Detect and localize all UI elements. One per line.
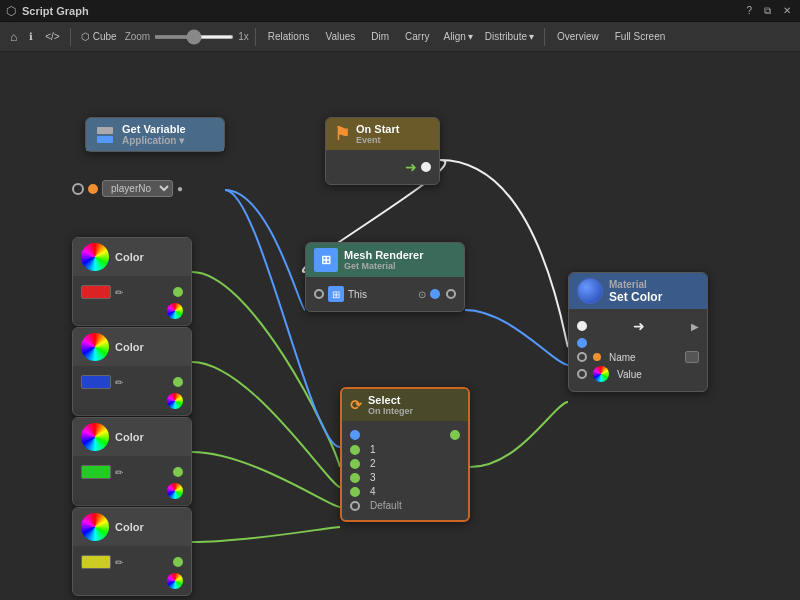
toolbar-cube-btn[interactable]: ⬡ Cube (77, 29, 121, 44)
setcolor-name-port[interactable] (577, 352, 587, 362)
setcolor-title-group: Material Set Color (609, 279, 662, 304)
relations-btn[interactable]: Relations (262, 29, 316, 44)
color2-header: Color (73, 328, 191, 366)
playerno-select[interactable]: playerNo (102, 180, 173, 197)
select-opt1-label: 1 (370, 444, 376, 455)
color2-edit-icon[interactable]: ✏ (115, 377, 123, 388)
toolbar-info-btn[interactable]: ℹ (25, 29, 37, 44)
select-in-port[interactable] (350, 430, 360, 440)
playerno-in-port[interactable] (72, 183, 84, 195)
color1-out-port[interactable] (173, 287, 183, 297)
setcolor-header-text: Material (609, 279, 662, 290)
color2-wheel (81, 333, 109, 361)
toolbar-sep1 (70, 28, 71, 46)
color1-body: ✏ (73, 276, 191, 325)
zoom-control: Zoom 1x (125, 31, 249, 42)
select-out-port[interactable] (450, 430, 460, 440)
align-chevron: ▾ (468, 31, 473, 42)
select-opt-4: 4 (350, 486, 460, 497)
color1-edit-icon[interactable]: ✏ (115, 287, 123, 298)
toolbar-home-btn[interactable]: ⌂ (6, 28, 21, 46)
setcolor-name-input[interactable] (685, 351, 699, 363)
toolbar-code-btn[interactable]: </> (41, 29, 63, 44)
color4-edit-icon[interactable]: ✏ (115, 557, 123, 568)
color4-body: ✏ (73, 546, 191, 595)
app-title: Script Graph (22, 5, 89, 17)
color2-swatch[interactable] (81, 375, 111, 389)
color3-body: ✏ (73, 456, 191, 505)
color2-label: Color (115, 341, 144, 353)
carry-btn[interactable]: Carry (399, 29, 435, 44)
window-close-btn[interactable]: ✕ (780, 5, 794, 16)
select-opt4-label: 4 (370, 486, 376, 497)
home-icon: ⌂ (10, 30, 17, 44)
mesh-out-port-blue[interactable] (430, 289, 440, 299)
select-opt-1: 1 (350, 444, 460, 455)
select-subtext: On Integer (368, 406, 413, 416)
color4-label: Color (115, 521, 144, 533)
svg-rect-1 (97, 136, 113, 143)
select-opt2-port[interactable] (350, 459, 360, 469)
color1-mini-wheel (167, 303, 183, 319)
align-dropdown[interactable]: Align ▾ (440, 29, 477, 44)
color4-mini-wheel (167, 573, 183, 589)
mesh-header-text: Mesh Renderer (344, 249, 423, 261)
color3-out-port[interactable] (173, 467, 183, 477)
select-default-port[interactable] (350, 501, 360, 511)
color4-swatch[interactable] (81, 555, 111, 569)
svg-rect-0 (97, 127, 113, 134)
setcolor-out-triangle: ▶ (691, 321, 699, 332)
color3-header: Color (73, 418, 191, 456)
getvar-subtext: Application ▾ (122, 135, 186, 146)
getvar-icon (94, 124, 116, 146)
color3-edit-icon[interactable]: ✏ (115, 467, 123, 478)
on-start-subtext: Event (356, 135, 399, 145)
distribute-dropdown[interactable]: Distribute ▾ (481, 29, 538, 44)
set-color-node: Material Set Color ➜ ▶ Name (568, 272, 708, 392)
cube-icon: ⬡ (81, 31, 90, 42)
select-icon: ⟳ (350, 397, 362, 413)
select-header: ⟳ Select On Integer (342, 389, 468, 421)
color4-out-port[interactable] (173, 557, 183, 567)
on-start-out-port[interactable] (421, 162, 431, 172)
values-btn[interactable]: Values (319, 29, 361, 44)
color3-mini-wheel (167, 483, 183, 499)
distribute-chevron: ▾ (529, 31, 534, 42)
toolbar-sep3 (544, 28, 545, 46)
mesh-in-port[interactable] (314, 289, 324, 299)
color1-swatch[interactable] (81, 285, 111, 299)
code-icon: </> (45, 31, 59, 42)
toolbar: ⌂ ℹ </> ⬡ Cube Zoom 1x Relations Values … (0, 22, 800, 52)
window-help-btn[interactable]: ? (743, 5, 755, 16)
align-label: Align (444, 31, 466, 42)
color1-header: Color (73, 238, 191, 276)
fullscreen-btn[interactable]: Full Screen (609, 29, 672, 44)
zoom-slider-input[interactable] (154, 35, 234, 39)
setcolor-name-row: Name (577, 351, 699, 363)
setcolor-flow-row: ➜ ▶ (577, 318, 699, 334)
setcolor-value-port[interactable] (577, 369, 587, 379)
color3-swatch[interactable] (81, 465, 111, 479)
select-opt4-port[interactable] (350, 487, 360, 497)
select-opt1-port[interactable] (350, 445, 360, 455)
setcolor-blue-in[interactable] (577, 338, 587, 348)
color4-header: Color (73, 508, 191, 546)
getvar-dropdown-arrow[interactable]: ▾ (179, 135, 184, 146)
mesh-out-port-circle[interactable] (446, 289, 456, 299)
mesh-icon: ⊞ (314, 248, 338, 272)
select-opt3-port[interactable] (350, 473, 360, 483)
select-opt-3: 3 (350, 472, 460, 483)
select-title-group: Select On Integer (368, 394, 413, 416)
window-restore-btn[interactable]: ⧉ (761, 5, 774, 17)
dim-btn[interactable]: Dim (365, 29, 395, 44)
color4-swatch-row: ✏ (81, 555, 183, 569)
select-opt-2: 2 (350, 458, 460, 469)
overview-btn[interactable]: Overview (551, 29, 605, 44)
setcolor-blue-row (577, 338, 699, 348)
setcolor-value-wheel (593, 366, 609, 382)
on-start-body: ➜ (326, 150, 439, 184)
setcolor-flow-in[interactable] (577, 321, 587, 331)
color2-out-port[interactable] (173, 377, 183, 387)
on-start-node: ⚑ On Start Event ➜ (325, 117, 440, 185)
setcolor-value-row: Value (577, 366, 699, 382)
